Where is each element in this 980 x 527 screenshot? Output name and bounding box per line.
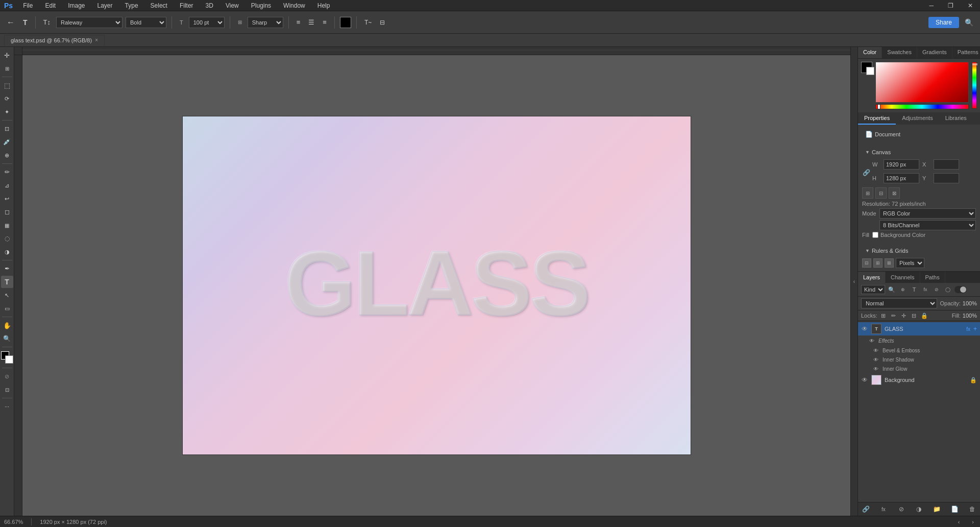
menu-help[interactable]: Help: [315, 1, 332, 10]
new-adj-btn[interactable]: ◑: [914, 505, 923, 514]
tab-color[interactable]: Color: [858, 47, 882, 58]
menu-select[interactable]: Select: [149, 1, 169, 10]
menu-filter[interactable]: Filter: [178, 1, 195, 10]
collapse-panel-btn[interactable]: ‹: [850, 47, 857, 516]
back-button[interactable]: ←: [4, 16, 17, 29]
font-size-select[interactable]: 100 pt: [189, 17, 225, 28]
move-tool[interactable]: ✛: [1, 49, 13, 61]
canvas-header[interactable]: ▼ Canvas: [862, 147, 976, 157]
ruler-icon-2[interactable]: ⊞: [873, 258, 883, 268]
layer-item-glass[interactable]: 👁 T GLASS fx +: [858, 322, 980, 336]
anti-alias-select[interactable]: Sharp: [248, 17, 283, 28]
minimize-btn[interactable]: ─: [926, 1, 937, 10]
tab-libraries[interactable]: Libraries: [939, 112, 973, 125]
ruler-icon-1[interactable]: ⊟: [862, 258, 871, 268]
y-input[interactable]: [934, 173, 959, 183]
screen-mode-btn[interactable]: ⊡: [1, 384, 13, 396]
lock-position-btn[interactable]: ✛: [900, 312, 908, 320]
height-input[interactable]: [884, 173, 919, 183]
path-select-tool[interactable]: ↖: [1, 289, 13, 301]
text-tool-btn[interactable]: T: [20, 17, 30, 28]
tab-layers[interactable]: Layers: [858, 272, 886, 283]
effect-vis-inner-shadow[interactable]: 👁: [872, 356, 879, 363]
font-style-select[interactable]: Bold: [126, 17, 166, 28]
units-select[interactable]: Pixels: [896, 258, 924, 268]
layer-vis-effects[interactable]: 👁: [868, 337, 875, 344]
ruler-icon-3[interactable]: ⊠: [885, 258, 894, 268]
effect-vis-inner-glow[interactable]: 👁: [872, 365, 879, 372]
magic-wand-tool[interactable]: ✦: [1, 106, 13, 118]
filter-icon-5[interactable]: ⊘: [932, 285, 941, 294]
canvas-icon-3[interactable]: ⊠: [889, 187, 900, 199]
filter-icon-1[interactable]: 🔍: [887, 285, 896, 294]
add-fx-btn[interactable]: fx: [879, 505, 888, 514]
marquee-tool[interactable]: ⬚: [1, 79, 13, 91]
lock-all-btn[interactable]: 🔒: [920, 312, 928, 320]
menu-type[interactable]: Type: [123, 1, 140, 10]
tab-properties[interactable]: Properties: [858, 112, 896, 125]
lock-artboard-btn[interactable]: ⊟: [910, 312, 918, 320]
zoom-tool[interactable]: 🔍: [1, 332, 13, 345]
background-color[interactable]: [5, 355, 13, 364]
filter-icon-4[interactable]: fx: [921, 285, 930, 294]
fill-checkbox[interactable]: [872, 232, 878, 238]
filter-icon-6[interactable]: ◯: [943, 285, 952, 294]
auto-kern-btn[interactable]: ⊞: [235, 18, 244, 27]
shape-tool[interactable]: ▭: [1, 302, 13, 315]
tab-close-btn[interactable]: ×: [95, 37, 98, 43]
restore-btn[interactable]: ❐: [945, 1, 957, 10]
document-tab[interactable]: glass text.psd @ 66.7% (RGB/8) ×: [4, 35, 105, 46]
link-constrain-icon[interactable]: 🔗: [862, 169, 870, 176]
width-input[interactable]: [884, 159, 919, 170]
x-input[interactable]: [934, 159, 959, 170]
tab-gradients[interactable]: Gradients: [917, 47, 952, 58]
effect-inner-glow[interactable]: 👁 Inner Glow: [858, 364, 980, 373]
align-center-btn[interactable]: ☰: [306, 17, 317, 28]
menu-plugins[interactable]: Plugins: [249, 1, 273, 10]
new-layer-btn[interactable]: 📄: [950, 505, 959, 514]
filter-toggle[interactable]: [954, 286, 967, 293]
layer-kind-select[interactable]: Kind: [861, 285, 885, 294]
filter-icon-3[interactable]: T: [910, 285, 919, 294]
stamp-tool[interactable]: ⊿: [1, 179, 13, 191]
text-color-swatch[interactable]: [340, 17, 351, 28]
search-btn[interactable]: 🔍: [962, 17, 976, 28]
canvas-icon-2[interactable]: ⊟: [875, 187, 887, 199]
gradient-tool[interactable]: ▦: [1, 219, 13, 231]
menu-file[interactable]: File: [21, 1, 35, 10]
history-brush-tool[interactable]: ↩: [1, 193, 13, 205]
effect-vis-bevel[interactable]: 👁: [872, 347, 879, 354]
character-panel-btn[interactable]: ⊟: [377, 17, 387, 28]
color-spectrum[interactable]: [875, 62, 969, 103]
tab-swatches[interactable]: Swatches: [882, 47, 917, 58]
tab-adjustments[interactable]: Adjustments: [896, 112, 939, 125]
pen-tool[interactable]: ✒: [1, 262, 13, 275]
menu-view[interactable]: View: [224, 1, 241, 10]
font-family-select[interactable]: Raleway: [56, 17, 122, 28]
share-button[interactable]: Share: [928, 17, 959, 28]
bits-select[interactable]: 8 Bits/Channel: [879, 220, 976, 230]
hand-tool[interactable]: ✋: [1, 319, 13, 331]
blend-mode-select[interactable]: Normal: [861, 298, 937, 308]
text-orient-btn[interactable]: T↕: [41, 17, 53, 28]
mask-mode-btn[interactable]: ⊘: [1, 370, 13, 382]
dodge-tool[interactable]: ◑: [1, 246, 13, 258]
hue-slider[interactable]: [875, 104, 969, 109]
layer-fx-glass[interactable]: fx: [966, 326, 970, 332]
layer-item-background[interactable]: 👁 Background 🔒: [858, 373, 980, 387]
color-picker[interactable]: [1, 351, 13, 364]
eyedropper-tool[interactable]: 💉: [1, 136, 13, 148]
layer-add-btn[interactable]: +: [973, 325, 977, 332]
nav-next-btn[interactable]: ›: [970, 519, 976, 525]
tab-paths[interactable]: Paths: [920, 272, 945, 283]
crop-tool[interactable]: ⊡: [1, 123, 13, 135]
extra-tools[interactable]: ···: [1, 400, 13, 413]
link-layers-btn[interactable]: 🔗: [861, 505, 870, 514]
lasso-tool[interactable]: ⟳: [1, 92, 13, 105]
add-mask-btn[interactable]: ⊘: [897, 505, 906, 514]
menu-image[interactable]: Image: [66, 1, 87, 10]
menu-window[interactable]: Window: [281, 1, 307, 10]
effect-inner-shadow[interactable]: 👁 Inner Shadow: [858, 355, 980, 364]
lock-transparent-btn[interactable]: ⊞: [879, 312, 888, 320]
filter-icon-2[interactable]: ⊕: [898, 285, 908, 294]
